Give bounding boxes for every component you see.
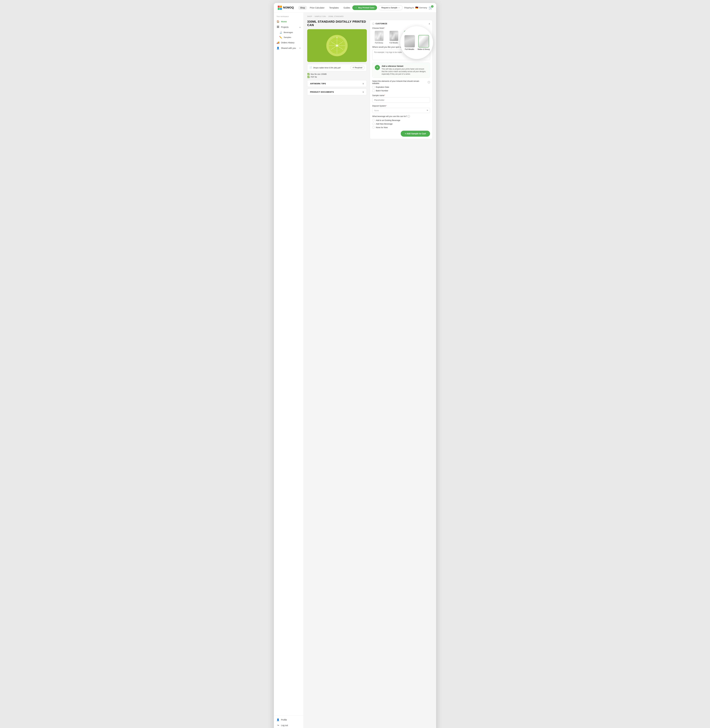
accordion-docs-header[interactable]: PRODUCT DOCUMENTS ∨	[307, 89, 367, 95]
none-for-now-radio[interactable]	[372, 126, 375, 129]
existing-beverage-radio[interactable]	[372, 119, 375, 122]
accordion-artwork-tips: ARTWORK TIPS ∨	[307, 80, 367, 87]
accordion-artwork-header[interactable]: ARTWORK TIPS ∨	[307, 80, 367, 87]
logo[interactable]: NOMOQ	[277, 5, 294, 10]
none-for-now-label: None for Now	[376, 126, 387, 129]
check-label-1: Max file size 150MB	[311, 73, 327, 75]
zoom-label-metallic: Full Metallic	[405, 48, 414, 50]
svg-rect-7	[278, 27, 279, 28]
sidebar-projects-label: Projects	[281, 26, 289, 28]
deposit-required: *	[386, 105, 387, 107]
accordion-docs-title: PRODUCT DOCUMENTS	[310, 91, 334, 93]
accordion-product-docs: PRODUCT DOCUMENTS ∨	[307, 88, 367, 95]
finish-label-text: Choose finish	[372, 27, 384, 29]
customize-title-row: CUSTOMIZE	[372, 23, 387, 25]
finish-full-glossy[interactable]: Full Glossy	[372, 31, 386, 44]
sidebar-item-beverages[interactable]: 🍶 Beverages	[279, 30, 304, 35]
lime-image	[326, 34, 348, 57]
nav-guides[interactable]: Guides	[342, 6, 352, 10]
sample-name-label-text: Sample name	[372, 94, 384, 97]
zoom-item-metallic: Full Metallic	[404, 35, 415, 50]
sidebar-item-shared[interactable]: 👤 Shared with you ▼	[274, 45, 304, 51]
sidebar-profile-label: Profile	[281, 719, 287, 721]
svg-rect-4	[277, 26, 278, 26]
main-content: SHOP › SAMPLE CAN › 330ML STANDARD 330ML…	[304, 13, 436, 728]
batch-checkbox[interactable]	[372, 90, 375, 92]
sample-btn-label: Request a Sample →	[381, 7, 400, 9]
editable-label: Select the elements of your Artwork that…	[372, 80, 430, 84]
svg-point-21	[336, 37, 337, 38]
editable-info-icon[interactable]: i	[428, 81, 430, 84]
deposit-select[interactable]: None	[372, 108, 430, 113]
product-image	[307, 29, 367, 62]
shipping-label: Shipping to:	[404, 7, 414, 9]
ref-variant-box: + Add a reference Variant This will help…	[372, 63, 430, 78]
zoom-overlay: Full Metallic Matte & Glossy	[400, 26, 433, 59]
shipping-info: Shipping to: 🇩🇪 Germany	[404, 6, 427, 9]
customize-dot	[372, 23, 374, 25]
sidebar-item-samples[interactable]: ✏️ Samples	[279, 35, 304, 40]
product-left: 330ML STANDARD DIGITALLY PRINTED CAN	[307, 20, 367, 97]
nav-price-calculator[interactable]: Price Calculator	[308, 6, 327, 10]
finish-full-metallic[interactable]: Full Metallic	[387, 31, 400, 44]
customize-panel: CUSTOMIZE ∧ Choose finish*	[370, 20, 433, 139]
finish-label-full-metallic: Full Metallic	[389, 42, 398, 44]
collapse-button[interactable]: ∧	[428, 22, 430, 25]
editable-label-text: Select the elements of your Artwork that…	[372, 80, 427, 84]
reupload-label: Reupload	[355, 67, 362, 69]
beverage-info-icon[interactable]: i	[408, 115, 410, 117]
ref-variant-text: Add a reference Variant This will help u…	[381, 65, 427, 75]
sidebar-item-orders-history[interactable]: 🚚 Orders History	[274, 40, 304, 45]
beverage-group: What beverage will you use this can for?…	[372, 115, 430, 129]
expiration-checkbox[interactable]	[372, 86, 375, 88]
file-check-pdf: ✅ PDF file	[307, 76, 367, 78]
add-to-cart-section: + Add Sample to Cart	[372, 131, 430, 136]
check-icon-1: ✅	[307, 73, 310, 75]
sample-name-input[interactable]	[372, 97, 430, 103]
profile-icon: 👤	[277, 718, 280, 721]
nav-shop[interactable]: Shop	[298, 6, 307, 10]
cart-button[interactable]: 🛒 1	[428, 6, 433, 10]
product-title: 330ML STANDARD DIGITALLY PRINTED CAN	[307, 20, 367, 27]
breadcrumb-sample-can[interactable]: SAMPLE CAN	[314, 16, 326, 17]
sample-name-field: Sample name*	[372, 94, 430, 103]
product-right: CUSTOMIZE ∧ Choose finish*	[370, 20, 433, 139]
reupload-icon: ↺	[352, 67, 354, 69]
add-reference-variant-button[interactable]: +	[375, 65, 380, 70]
customize-title: CUSTOMIZE	[376, 23, 387, 25]
radio-new: Add New Beverage	[372, 123, 430, 125]
projects-chevron: ▲	[299, 26, 301, 28]
beverage-label-text: What beverage will you use this can for?	[372, 115, 407, 117]
shipping-country: Germany	[419, 7, 427, 9]
svg-rect-6	[277, 27, 278, 28]
breadcrumb-shop[interactable]: SHOP	[307, 16, 312, 17]
logo-text: NOMOQ	[283, 6, 294, 9]
accordion-artwork-title: ARTWORK TIPS	[310, 82, 326, 85]
deposit-field: Deposit System* None	[372, 105, 430, 113]
breadcrumb-sep-2: ›	[327, 16, 327, 17]
sidebar-item-home[interactable]: 🏠 Home	[274, 19, 304, 24]
sidebar-item-projects[interactable]: Projects ▲	[274, 24, 304, 30]
deposit-label-text: Deposit System	[372, 105, 386, 107]
request-sample-button[interactable]: Request a Sample →	[378, 5, 403, 10]
file-checks: ✅ Max file size 150MB ✅ PDF file	[307, 73, 367, 78]
nav-templates[interactable]: Templates	[327, 6, 341, 10]
buy-printed-cans-button[interactable]: 🛒 Buy Printed Cans	[352, 5, 377, 10]
check-icon-2: ✅	[307, 76, 310, 78]
file-name: 📄 3hops-radler-lime-0.5% (de).pdf	[310, 66, 340, 69]
app-frame: NOMOQ Shop Price Calculator Templates Gu…	[274, 3, 436, 728]
buy-btn-label: Buy Printed Cans	[358, 7, 374, 9]
add-sample-to-cart-button[interactable]: + Add Sample to Cart	[401, 131, 430, 136]
reupload-button[interactable]: ↺ Reupload	[350, 66, 365, 70]
new-beverage-radio[interactable]	[372, 123, 375, 125]
sidebar-item-profile[interactable]: 👤 Profile	[274, 717, 304, 722]
accordion-docs-chevron: ∨	[362, 91, 364, 93]
finish-section: Choose finish* Full Glossy	[372, 27, 430, 44]
expiration-label: Expiration Date	[376, 86, 389, 88]
sidebar-item-logout[interactable]: ↪ Log out	[274, 722, 304, 728]
zoom-label-matte-glossy: Matte & Glossy	[418, 48, 430, 50]
accordion-artwork-chevron: ∨	[362, 82, 364, 85]
zoom-thumb-matte-glossy	[418, 35, 429, 47]
sidebar-home-label: Home	[281, 21, 287, 23]
samples-icon: ✏️	[279, 36, 282, 39]
